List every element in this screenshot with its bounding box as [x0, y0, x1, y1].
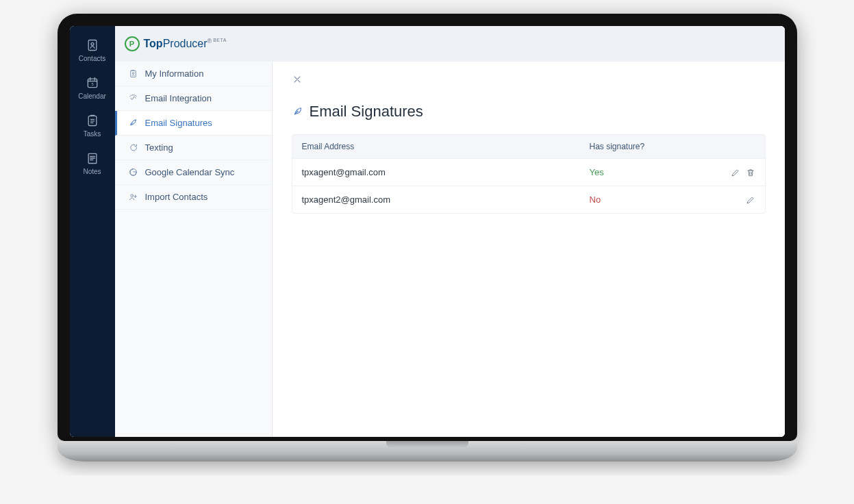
logo-mark-icon: P [125, 36, 140, 51]
sidebar-item-my-info[interactable]: My Information [115, 62, 272, 86]
calendar-icon [86, 76, 99, 90]
delete-icon[interactable] [746, 168, 755, 177]
sidebar-item-label: Email Signatures [145, 118, 212, 128]
mail-icon [128, 93, 138, 103]
edit-icon[interactable] [731, 168, 740, 177]
brand-word-a: Top [144, 38, 163, 49]
sidebar-item-label: Import Contacts [145, 192, 208, 202]
chat-icon [128, 142, 138, 153]
brand-word-b: Producer [163, 38, 208, 49]
rail-label: Notes [83, 168, 101, 175]
close-icon[interactable] [292, 74, 303, 85]
col-signature-header: Has signature? [580, 135, 717, 158]
cell-email: tpxagent2@gmail.com [292, 186, 580, 213]
rail-label: Contacts [79, 55, 105, 62]
cell-email: tpxagent@gmail.com [292, 159, 580, 186]
sidebar-item-email-signatures[interactable]: Email Signatures [115, 111, 272, 136]
feather-icon [292, 105, 304, 118]
table-row: tpxagent2@gmail.com No [292, 186, 765, 213]
rail-item-notes[interactable]: Notes [83, 151, 101, 175]
tasks-icon [86, 114, 99, 127]
sidebar-item-label: Google Calendar Sync [145, 167, 235, 177]
settings-sidebar: My Information Email Integration Email S… [115, 62, 273, 437]
gcal-icon [128, 167, 138, 177]
rail-item-contacts[interactable]: Contacts [79, 38, 105, 62]
table-row: tpxagent@gmail.com Yes [292, 158, 765, 186]
notes-icon [86, 151, 99, 165]
sidebar-item-gcal-sync[interactable]: Google Calendar Sync [115, 160, 272, 185]
laptop-frame: Contacts Calendar Tasks Notes [58, 14, 797, 462]
nav-rail: Contacts Calendar Tasks Notes [70, 26, 115, 437]
app-header: P TopProducer®BETA [115, 26, 785, 62]
col-actions-header [717, 135, 765, 158]
rail-label: Tasks [84, 130, 101, 138]
sidebar-item-import-contacts[interactable]: Import Contacts [115, 185, 272, 210]
rail-item-calendar[interactable]: Calendar [78, 76, 106, 100]
signatures-table: Email Address Has signature? tpxagent@gm… [292, 134, 766, 214]
cell-has-signature: No [580, 186, 717, 213]
sidebar-item-label: My Information [145, 68, 204, 79]
beta-tag: BETA [213, 38, 227, 42]
col-email-header: Email Address [292, 135, 580, 158]
import-icon [128, 192, 138, 202]
contacts-icon [86, 38, 99, 52]
table-header: Email Address Has signature? [292, 135, 765, 158]
sidebar-item-label: Texting [145, 142, 173, 153]
page-title: Email Signatures [310, 103, 423, 121]
laptop-base [58, 441, 797, 462]
main-panel: Email Signatures Email Address Has signa… [273, 62, 785, 437]
rail-label: Calendar [78, 92, 106, 100]
cell-has-signature: Yes [580, 159, 717, 186]
feather-icon [128, 118, 138, 128]
app-screen: Contacts Calendar Tasks Notes [70, 26, 785, 437]
edit-icon[interactable] [746, 195, 755, 205]
my-info-icon [128, 68, 138, 79]
sidebar-item-email-integration[interactable]: Email Integration [115, 86, 272, 111]
rail-item-tasks[interactable]: Tasks [84, 114, 101, 138]
sidebar-item-texting[interactable]: Texting [115, 136, 272, 160]
brand-logo[interactable]: P TopProducer®BETA [125, 36, 225, 51]
sidebar-item-label: Email Integration [145, 93, 212, 103]
